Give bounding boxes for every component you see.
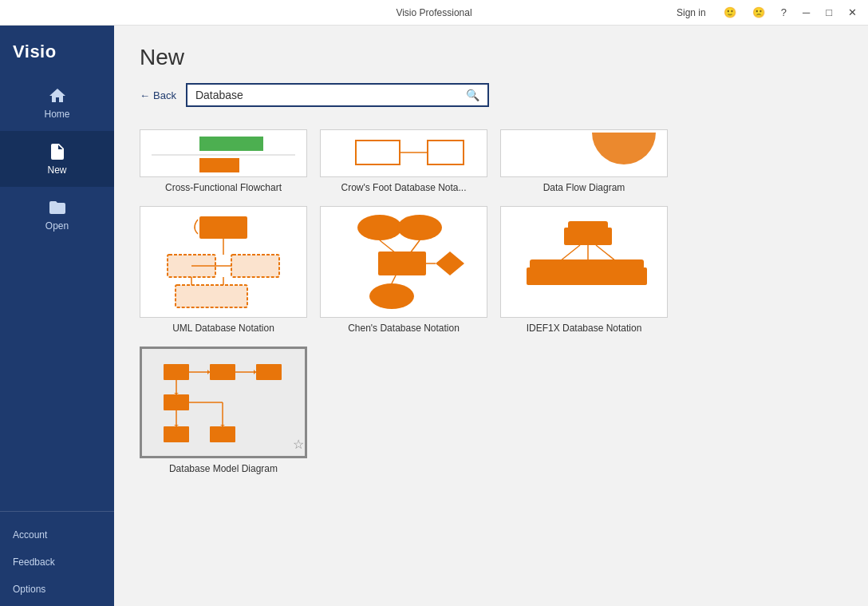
star-button[interactable]: ☆	[293, 437, 304, 452]
sidebar-item-open-label: Open	[45, 220, 69, 232]
sidebar-item-new[interactable]: New	[0, 131, 114, 187]
database-model-diagram	[152, 354, 295, 450]
svg-rect-35	[164, 364, 189, 380]
svg-rect-25	[564, 228, 612, 245]
chens-diagram	[332, 210, 475, 314]
sign-in-button[interactable]: Sign in	[677, 7, 706, 18]
search-input-wrapper: 🔍	[186, 83, 489, 107]
svg-rect-19	[378, 252, 426, 275]
minimize-button[interactable]: ─	[798, 0, 815, 26]
template-card-database-model[interactable]: Database Model Diagram	[140, 347, 307, 474]
sidebar-bottom: Account Feedback Options	[0, 511, 114, 606]
idef1x-diagram	[512, 210, 656, 314]
template-thumb-cross-functional	[140, 129, 307, 177]
templates-grid: Cross-Functional Flowchart Crow's Foot D…	[140, 129, 842, 487]
sidebar-item-feedback[interactable]: Feedback	[0, 549, 114, 576]
search-bar: ← Back 🔍	[140, 83, 842, 107]
svg-marker-41	[254, 370, 256, 374]
sidebar-nav: Home New Open	[0, 75, 114, 511]
svg-rect-34	[601, 267, 647, 285]
template-label-idef1x: IDEF1X Database Notation	[527, 323, 642, 334]
svg-marker-46	[174, 425, 179, 426]
back-arrow-icon: ←	[140, 89, 150, 101]
close-button[interactable]: ✕	[843, 0, 862, 26]
svg-rect-2	[199, 158, 239, 172]
sidebar: Visio Home New Open Account Feedback Opt…	[0, 26, 114, 606]
svg-point-6	[592, 133, 656, 164]
svg-rect-47	[164, 426, 189, 442]
template-label-cross-functional: Cross-Functional Flowchart	[165, 182, 282, 193]
page-title: New	[140, 45, 842, 70]
template-card-crows-foot[interactable]: Crow's Foot Database Nota...	[320, 129, 487, 193]
new-icon	[48, 142, 67, 161]
svg-point-15	[357, 215, 402, 240]
help-button[interactable]: ?	[776, 0, 791, 26]
sidebar-item-account[interactable]: Account	[0, 521, 114, 549]
svg-rect-48	[210, 426, 235, 442]
template-thumb-uml	[140, 206, 307, 318]
svg-rect-44	[164, 394, 189, 410]
svg-rect-10	[231, 255, 279, 277]
svg-rect-3	[356, 141, 400, 164]
svg-line-23	[392, 275, 396, 283]
svg-rect-5	[428, 141, 464, 164]
main-content: New ← Back 🔍	[114, 26, 868, 606]
template-card-cross-functional[interactable]: Cross-Functional Flowchart	[140, 129, 307, 193]
data-flow-diagram-partial	[512, 133, 656, 176]
uml-diagram	[152, 210, 295, 314]
sidebar-item-options[interactable]: Options	[0, 576, 114, 603]
svg-point-22	[369, 283, 414, 309]
template-thumb-database-model: Database Model Diagram	[140, 347, 307, 458]
home-icon	[48, 86, 67, 105]
template-thumb-crows-foot	[320, 129, 487, 177]
template-label-data-flow: Data Flow Diagram	[543, 182, 625, 193]
sidebar-item-new-label: New	[47, 164, 66, 176]
back-button[interactable]: ← Back	[140, 89, 176, 101]
template-label-chens: Chen's Database Notation	[348, 323, 460, 334]
open-icon	[48, 198, 67, 217]
svg-marker-39	[207, 370, 210, 374]
svg-point-16	[397, 215, 442, 240]
template-label-database-model: Database Model Diagram	[169, 463, 278, 474]
template-thumb-chens	[320, 206, 487, 318]
app-logo: Visio	[0, 26, 114, 75]
svg-rect-1	[199, 137, 263, 151]
sad-icon[interactable]: 🙁	[748, 0, 770, 26]
template-card-chens[interactable]: Chen's Database Notation	[320, 206, 487, 334]
template-label-uml: UML Database Notation	[172, 323, 274, 334]
sidebar-item-home-label: Home	[44, 109, 69, 120]
svg-marker-51	[220, 425, 225, 426]
sidebar-item-home[interactable]: Home	[0, 75, 114, 131]
maximize-button[interactable]: □	[821, 0, 837, 26]
main-header: New ← Back 🔍	[114, 26, 868, 117]
svg-marker-20	[436, 252, 464, 275]
crows-foot-diagram	[332, 133, 475, 176]
cross-functional-diagram	[152, 133, 295, 176]
search-button[interactable]: 🔍	[458, 85, 487, 105]
svg-marker-43	[174, 393, 179, 394]
template-card-idef1x[interactable]: IDEF1X Database Notation	[500, 206, 668, 334]
template-card-data-flow[interactable]: Data Flow Diagram	[500, 129, 668, 193]
svg-rect-37	[256, 364, 282, 380]
svg-rect-12	[176, 285, 247, 307]
svg-rect-36	[210, 364, 235, 380]
template-label-crows-foot: Crow's Foot Database Nota...	[341, 182, 466, 193]
templates-scroll[interactable]: Cross-Functional Flowchart Crow's Foot D…	[114, 117, 868, 606]
template-thumb-idef1x	[500, 206, 668, 318]
titlebar-title: Visio Professional	[396, 7, 471, 18]
smiley-icon[interactable]: 🙂	[719, 0, 741, 26]
template-card-uml[interactable]: UML Database Notation	[140, 206, 307, 334]
titlebar: Visio Professional Sign in 🙂 🙁 ? ─ □ ✕	[0, 0, 868, 26]
back-label: Back	[153, 89, 176, 101]
svg-rect-7	[199, 216, 247, 239]
search-input[interactable]	[187, 85, 458, 105]
template-thumb-data-flow	[500, 129, 668, 177]
sidebar-item-open[interactable]: Open	[0, 187, 114, 243]
